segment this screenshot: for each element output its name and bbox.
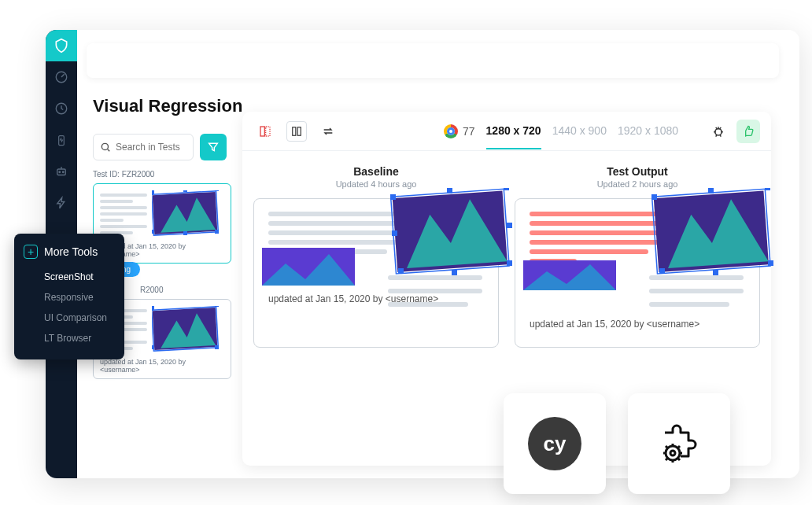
svg-point-4 [59,171,61,173]
svg-rect-40 [507,223,512,228]
svg-rect-47 [765,188,770,190]
more-tools-item-uicomparison[interactable]: UI Comparison [24,308,115,328]
test-card-updated: updated at Jan 15, 2020 by <username> [100,358,224,374]
svg-rect-46 [651,194,657,200]
filter-button[interactable] [200,134,227,160]
svg-rect-38 [452,270,457,275]
svg-rect-33 [390,194,396,200]
plus-icon: + [24,245,38,259]
svg-rect-22 [215,345,219,349]
output-updated: updated at Jan 15, 2020 by <username> [530,319,745,330]
baseline-column: Baseline Updated 4 hours ago [253,165,499,348]
plugin-card[interactable] [628,393,730,494]
output-column: Test Output Updated 2 hours ago [515,165,760,348]
more-tools-item-responsive[interactable]: Responsive [24,287,115,308]
svg-rect-34 [504,188,509,190]
nav-clock-icon[interactable] [46,93,77,124]
swap-icon[interactable] [318,121,338,142]
more-tools-item-ltbrowser[interactable]: LT Browser [24,328,115,348]
baseline-overlay-thumb [390,188,512,278]
test-card-lines [100,190,147,234]
svg-point-27 [715,128,722,135]
resolution-option[interactable]: 1280 x 720 [486,113,541,149]
resolution-option[interactable]: 1920 x 1080 [618,113,678,149]
top-bar [87,43,779,78]
bug-icon[interactable] [708,121,729,142]
svg-rect-2 [59,136,65,146]
search-icon [100,142,111,153]
svg-rect-19 [152,306,154,310]
page-title: Visual Regression [93,96,242,116]
svg-rect-49 [768,260,773,266]
approve-button[interactable] [736,120,760,143]
svg-rect-48 [659,268,665,274]
test-id-label: Test ID: FZR2000 [93,170,231,179]
chrome-icon [444,124,458,138]
brand-logo[interactable] [46,30,77,61]
nav-battery-icon[interactable] [46,124,77,156]
baseline-title: Baseline [253,165,499,178]
svg-rect-13 [215,230,219,234]
baseline-card[interactable]: updated at Jan 15, 2020 by <username> [253,198,499,348]
baseline-secondary-thumb [262,248,355,286]
cypress-card[interactable]: cy [504,393,606,494]
more-tools-item-screenshot[interactable]: ScreenShot [24,267,115,287]
browser-chip[interactable]: 77 [444,124,475,138]
svg-rect-14 [183,190,187,192]
output-secondary-thumb [523,260,616,298]
nav-robot-icon[interactable] [46,156,77,187]
svg-point-6 [102,143,108,149]
svg-rect-37 [447,188,452,194]
svg-rect-26 [297,127,301,135]
puzzle-gear-icon [654,418,704,469]
diff-highlight-icon[interactable] [255,121,275,142]
svg-rect-36 [507,260,512,266]
panel-toolbar: 77 1280 x 720 1440 x 900 1920 x 1080 [242,112,771,151]
thumbs-up-icon [742,125,755,138]
output-title: Test Output [515,165,760,178]
svg-rect-25 [293,127,296,135]
integration-cards: cy [504,393,730,494]
nav-gauge-icon[interactable] [46,61,77,93]
browser-version: 77 [463,125,475,138]
svg-point-53 [670,451,675,455]
svg-rect-24 [266,127,270,136]
svg-rect-35 [398,268,404,274]
resolution-option[interactable]: 1440 x 900 [552,113,607,149]
search-row [93,134,227,160]
filter-icon [207,141,220,153]
more-tools-header-label: More Tools [44,245,98,258]
search-box[interactable] [93,134,194,160]
svg-rect-50 [708,188,714,194]
search-input[interactable] [116,142,186,153]
more-tools-header[interactable]: + More Tools [24,245,115,259]
svg-point-5 [63,171,65,173]
more-tools-menu: + More Tools ScreenShot Responsive UI Co… [14,234,124,359]
output-overlay-thumb [651,188,773,278]
test-card-thumb [152,306,220,352]
svg-rect-23 [260,127,264,136]
svg-rect-3 [57,169,66,175]
svg-rect-21 [152,345,154,349]
side-by-side-icon[interactable] [286,121,307,142]
svg-rect-39 [392,230,397,236]
nav-bolt-icon[interactable] [46,187,77,219]
test-card-thumb [152,190,220,236]
svg-rect-11 [215,190,219,191]
svg-rect-12 [152,230,154,234]
svg-rect-20 [215,306,219,307]
cypress-icon: cy [528,417,581,470]
svg-rect-10 [152,190,154,194]
output-card[interactable]: updated at Jan 15, 2020 by <username> [515,198,760,348]
svg-rect-51 [713,270,718,275]
svg-rect-15 [183,231,187,235]
